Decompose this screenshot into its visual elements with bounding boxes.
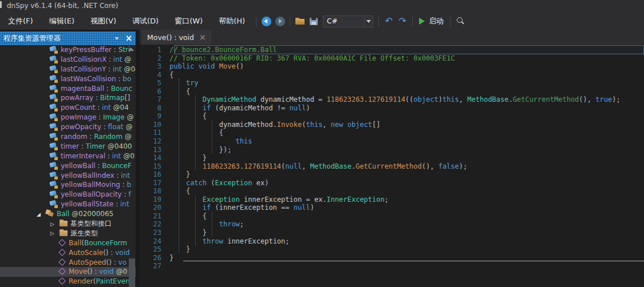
tree-item[interactable]: Render(PaintEven: [0, 277, 136, 286]
expander-collapsed-icon[interactable]: ▷: [50, 220, 59, 229]
line-number: 11: [140, 129, 169, 137]
tree-item-label: AutoSpeed() : vo: [69, 258, 127, 266]
scrollbar-up-arrow[interactable]: [128, 47, 134, 51]
tree-item-label: lastCollisionY : int @04: [61, 65, 136, 73]
code-line: 21 {: [140, 212, 644, 221]
tree-item[interactable]: timerInterval : int @0: [0, 152, 136, 161]
line-number: 18: [140, 187, 169, 196]
method-icon: [57, 277, 66, 285]
back-button[interactable]: [259, 14, 273, 28]
line-number: 20: [140, 204, 169, 212]
forward-button[interactable]: [273, 14, 287, 28]
line-number: 7: [140, 95, 169, 104]
open-file-button[interactable]: [293, 14, 307, 28]
line-number: 10: [140, 121, 169, 129]
tree-item[interactable]: yellowBallMoving : b: [0, 180, 136, 190]
code-line: 12 this: [140, 137, 644, 146]
code-line: 9 {: [140, 112, 644, 121]
expander-collapsed-icon[interactable]: ▷: [50, 229, 59, 238]
assembly-tree[interactable]: keyPressBuffer : StrilastCollisionX : in…: [0, 45, 136, 287]
tree-item[interactable]: powArray : Bitmap[]: [0, 93, 136, 103]
tree-item[interactable]: lastCollisionX : int @: [0, 55, 136, 65]
search-button[interactable]: [453, 14, 467, 28]
panel-header[interactable]: 程序集资源管理器 ×: [0, 31, 136, 45]
code-line: 8 if (dynamicMethod != null): [140, 104, 644, 113]
title-bar[interactable]: dnSpy v6.1.4 (64-bit, .NET Core): [0, 0, 644, 13]
code-line: 10 dynamicMethod.Invoke(this, new object…: [140, 121, 644, 129]
line-number: 14: [140, 154, 169, 162]
tree-item[interactable]: AutoScale() : void: [0, 248, 136, 258]
redo-icon: ↷: [398, 17, 406, 26]
scrollbar-thumb[interactable]: [129, 258, 135, 287]
tree-item-label: Move() : void @0: [69, 268, 127, 276]
tree-item[interactable]: lastCollisionY : int @04: [0, 65, 136, 74]
panel-close-button[interactable]: ×: [124, 33, 134, 43]
line-number: 1: [140, 46, 169, 54]
tree-item[interactable]: ▷基类型和接口: [0, 219, 136, 229]
line-number: 22: [140, 220, 169, 229]
redo-button[interactable]: ↷: [396, 14, 409, 28]
menu-item[interactable]: 帮助(H): [211, 15, 253, 27]
expander-expanded-icon[interactable]: ◢: [37, 210, 45, 219]
code-line: 25 }: [140, 245, 644, 254]
member-end-separator: [183, 261, 644, 261]
tree-item[interactable]: yellowBallState : int: [0, 200, 136, 209]
toolbar-separator: [412, 17, 413, 26]
tree-item[interactable]: Ball(BounceForm: [0, 238, 136, 248]
tree-item-label: yellowBallIndex : int: [61, 172, 130, 180]
panel-menu-button[interactable]: [112, 33, 122, 43]
line-number: 15: [140, 162, 169, 171]
menu-item[interactable]: 调试(D): [124, 15, 167, 27]
tree-item-label: 派生类型: [70, 229, 98, 237]
menu-item[interactable]: 文件(F): [0, 15, 41, 27]
tree-item[interactable]: timer : Timer @0400: [0, 142, 136, 152]
language-dropdown-button[interactable]: [364, 16, 373, 27]
tree-item[interactable]: powImage : Image @: [0, 113, 136, 122]
line-number: 6: [140, 87, 169, 96]
undo-button[interactable]: ↶: [382, 14, 396, 28]
line-number: 23: [140, 229, 169, 237]
tree-item[interactable]: yellowBall : BounceF: [0, 161, 136, 171]
tree-item[interactable]: yellowBallIndex : int: [0, 171, 136, 181]
field-lock-icon: [49, 133, 58, 140]
tree-item[interactable]: keyPressBuffer : Stri: [0, 45, 136, 55]
tree-item[interactable]: Move() : void @0: [0, 267, 136, 277]
tree-item-label: keyPressBuffer : Stri: [61, 46, 130, 54]
tab-move-void[interactable]: Move() : void ×: [142, 30, 211, 45]
save-all-button[interactable]: [307, 14, 321, 28]
forward-icon: [275, 17, 285, 26]
toolbar-separator: [256, 17, 256, 26]
open-folder-icon: [295, 18, 305, 25]
tree-item-label: lastWasCollision : bo: [61, 75, 131, 83]
code-line: 2// Token: 0x0600016F RID: 367 RVA: 0x00…: [140, 54, 644, 63]
tree-item[interactable]: ◢Ball @02000065: [0, 209, 136, 219]
code-line: 13 });: [140, 146, 644, 154]
line-number: 27: [140, 262, 169, 270]
menu-item[interactable]: 窗口(W): [167, 15, 211, 27]
field-lock-icon: [49, 142, 58, 150]
field-lock-icon: [49, 172, 58, 179]
code-editor[interactable]: 1// bounce2.BounceForm.Ball2// Token: 0x…: [140, 45, 644, 287]
toolbar-separator: [450, 17, 451, 26]
start-debug-button[interactable]: 启动: [416, 14, 447, 28]
tree-item[interactable]: magentaBall : Bounc: [0, 84, 136, 94]
code-line: 22 throw;: [140, 220, 644, 229]
tree-item[interactable]: lastWasCollision : bo: [0, 74, 136, 84]
tab-close-icon[interactable]: ×: [199, 33, 206, 41]
code-line: 11 {: [140, 129, 644, 137]
tree-item[interactable]: ▷派生类型: [0, 229, 136, 238]
tree-item[interactable]: yellowBallOpacity : f: [0, 190, 136, 200]
line-number: 25: [140, 245, 169, 254]
language-selector[interactable]: C#: [323, 15, 373, 27]
menu-item[interactable]: 视图(V): [82, 15, 124, 27]
tree-item[interactable]: powCount : int @04: [0, 103, 136, 113]
tree-item[interactable]: powOpacity : float @: [0, 122, 136, 132]
tab-strip: Move() : void ×: [140, 30, 644, 45]
code-line: 3public void Move(): [140, 62, 644, 71]
menu-item[interactable]: 编辑(E): [41, 15, 82, 27]
tree-item[interactable]: AutoSpeed() : vo: [0, 258, 136, 268]
field-lock-icon: [49, 181, 58, 188]
tree-item[interactable]: random : Random @: [0, 132, 136, 142]
line-number: 21: [140, 212, 169, 221]
code-line: 19 Exception innerException = ex.InnerEx…: [140, 196, 644, 204]
